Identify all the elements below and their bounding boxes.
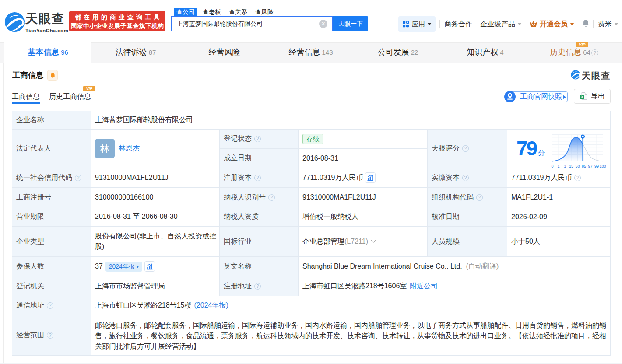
svg-text:1: 1 xyxy=(557,164,559,168)
svg-text:15: 15 xyxy=(569,164,573,168)
svg-text:97: 97 xyxy=(588,164,592,168)
svg-text:0: 0 xyxy=(551,164,553,168)
svg-text:100: 100 xyxy=(599,164,606,168)
svg-text:3: 3 xyxy=(564,164,566,168)
svg-text:50: 50 xyxy=(575,164,580,168)
svg-text:85: 85 xyxy=(582,164,586,168)
svg-text:99: 99 xyxy=(594,164,599,168)
